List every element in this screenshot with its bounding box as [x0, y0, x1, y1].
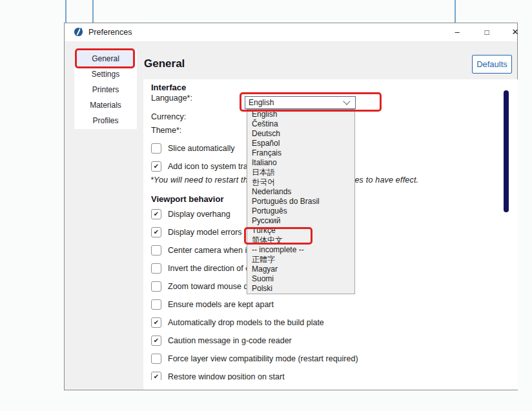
language-option[interactable]: Türkçe [247, 226, 354, 236]
language-option-label: Nederlands [252, 187, 291, 196]
language-label: Language*: [151, 94, 192, 104]
language-dropdown[interactable]: English [245, 96, 356, 109]
checkbox[interactable] [151, 372, 161, 380]
language-option-label: Español [252, 139, 280, 148]
checkbox[interactable] [151, 354, 161, 364]
language-option-label: 简体中文 [252, 236, 283, 245]
maximize-button[interactable]: □ [477, 23, 496, 41]
language-option-label: Português do Brasil [252, 197, 320, 206]
sidebar-item-label: Settings [92, 70, 119, 79]
sidebar-item[interactable]: Printers [77, 82, 134, 97]
sidebar-item[interactable]: Materials [77, 97, 134, 113]
background-window-edge-line [65, 0, 66, 23]
language-option[interactable]: Čeština [247, 119, 354, 129]
checkbox-label: Display model errors [168, 228, 242, 237]
language-option-label: 한국어 [252, 177, 275, 186]
checkbox-label: Restore window position on start [168, 372, 285, 380]
language-option[interactable]: Español [247, 139, 354, 148]
language-option[interactable]: Magyar [247, 265, 354, 274]
checkbox-row[interactable]: Automatically drop models to the build p… [151, 314, 518, 332]
sidebar-item-label: Printers [92, 85, 119, 94]
checkbox-row[interactable]: Force layer view compatibility mode (res… [151, 350, 518, 368]
language-option[interactable]: 简体中文 [247, 236, 354, 245]
sidebar-item-label: Profiles [92, 116, 118, 125]
checkbox[interactable] [151, 281, 161, 292]
language-option-label: 日本語 [252, 168, 275, 177]
window-title: Preferences [88, 23, 132, 41]
chevron-down-icon [343, 97, 350, 105]
language-option[interactable]: -- incomplete -- [247, 245, 354, 255]
page-title: General [144, 57, 185, 70]
language-option-label: 正體字 [252, 255, 275, 264]
checkbox[interactable] [151, 143, 161, 154]
language-option-label: Čeština [252, 119, 278, 128]
checkbox[interactable] [151, 245, 161, 256]
language-option-label: Italiano [252, 158, 277, 167]
language-option[interactable]: Français [247, 148, 354, 158]
language-option[interactable]: Polski [247, 284, 354, 294]
language-option[interactable]: Suomi [247, 274, 354, 284]
language-option[interactable]: 한국어 [247, 177, 354, 187]
checkbox[interactable] [151, 263, 161, 274]
checkbox-label: Display overhang [168, 210, 230, 219]
theme-label: Theme*: [151, 126, 181, 136]
language-option[interactable]: Nederlands [247, 187, 354, 197]
checkbox[interactable] [151, 209, 161, 219]
cura-app-icon [74, 27, 83, 37]
language-option-label: Polski [252, 284, 272, 293]
language-dropdown-value: English [245, 98, 344, 107]
close-button[interactable]: ✕ [506, 23, 525, 41]
language-option-label: Suomi [252, 274, 274, 283]
checkbox-row[interactable]: Ensure models are kept apart [151, 296, 518, 314]
checkbox-row[interactable]: Restore window position on start [151, 368, 518, 380]
interface-section-header: Interface [151, 83, 186, 92]
sidebar-item-label: Materials [90, 101, 121, 110]
checkbox-label: Add icon to system tray * [168, 162, 257, 171]
checkbox-label: Force layer view compatibility mode (res… [168, 354, 358, 363]
currency-label: Currency: [151, 112, 186, 123]
sidebar-item[interactable]: Profiles [77, 113, 134, 128]
checkbox[interactable] [151, 336, 161, 346]
language-option-label: Türkçe [252, 226, 276, 235]
preferences-window: Preferences – □ ✕ General Settings Print… [64, 23, 518, 390]
minimize-button[interactable]: – [447, 23, 467, 41]
titlebar[interactable]: Preferences – □ ✕ [65, 23, 517, 41]
language-option[interactable]: Português [247, 206, 354, 216]
language-option[interactable]: English [247, 110, 354, 119]
checkbox-label: Caution message in g-code reader [168, 336, 292, 345]
checkbox-row[interactable]: Caution message in g-code reader [151, 332, 518, 350]
background-window-edge-line [92, 0, 94, 23]
defaults-button[interactable]: Defaults [472, 55, 512, 74]
language-options-popup: English Čeština Deutsch Español Français… [247, 109, 355, 294]
checkbox-label: Slice automatically [168, 144, 235, 153]
sidebar: General Settings Printers Materials Prof… [74, 49, 137, 129]
language-option[interactable]: 正體字 [247, 255, 354, 265]
language-option-label: Magyar [252, 265, 278, 274]
language-option-label: -- incomplete -- [252, 245, 304, 254]
language-option[interactable]: Italiano [247, 158, 354, 168]
language-option-label: Русский [252, 216, 281, 225]
language-option-label: Deutsch [252, 129, 280, 138]
language-option-label: English [252, 110, 277, 119]
checkbox[interactable] [151, 317, 161, 328]
language-option-label: Français [252, 148, 281, 157]
checkbox[interactable] [151, 161, 161, 172]
desktop-background: Preferences – □ ✕ General Settings Print… [0, 0, 532, 411]
checkbox[interactable] [151, 299, 161, 310]
checkbox-label: Ensure models are kept apart [168, 300, 274, 309]
background-window-edge-line [455, 0, 456, 23]
language-option[interactable]: Русский [247, 216, 354, 226]
sidebar-item[interactable]: Settings [77, 66, 134, 82]
language-option[interactable]: Deutsch [247, 129, 354, 139]
viewport-section-header: Viewport behavior [151, 194, 223, 204]
checkbox[interactable] [151, 227, 161, 237]
sidebar-item-label: General [92, 54, 119, 63]
language-option[interactable]: Português do Brasil [247, 197, 354, 206]
scrollbar-thumb[interactable] [504, 90, 509, 212]
checkbox-label: Automatically drop models to the build p… [168, 318, 324, 327]
language-option-label: Português [252, 206, 287, 216]
sidebar-item[interactable]: General [77, 51, 134, 66]
language-option[interactable]: 日本語 [247, 168, 354, 177]
